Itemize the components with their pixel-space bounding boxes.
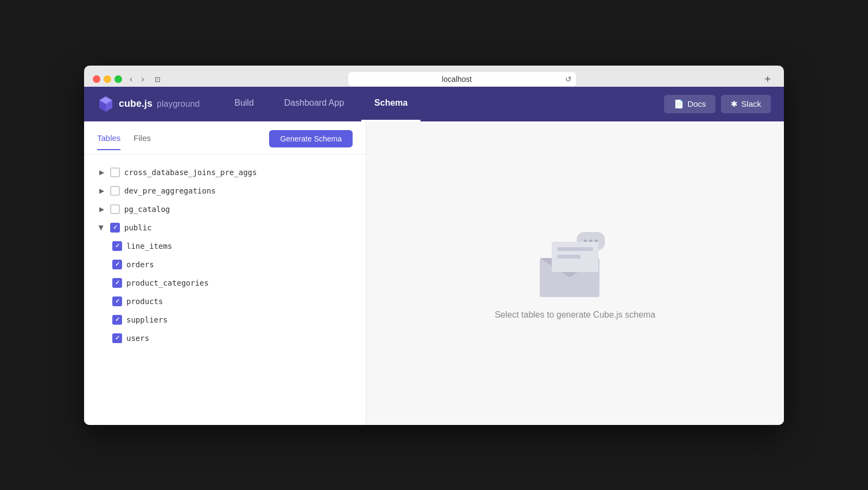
logo-text: cube.js [119,98,152,109]
nav-buttons: ‹ › ⊡ [126,73,164,85]
list-item[interactable]: orders [108,255,366,274]
list-item[interactable]: ▶ pg_catalog [84,200,366,218]
close-button[interactable] [93,75,100,83]
list-item[interactable]: ▶ public [84,218,366,237]
checkbox-cross-db[interactable] [110,167,120,177]
checkbox-pg-catalog[interactable] [110,204,120,214]
tab-schema[interactable]: Schema [361,87,420,121]
tree-container: ▶ cross_database_joins_pre_aggs ▶ dev_pr… [84,154,366,356]
address-bar[interactable]: localhost ↺ [348,72,576,86]
table-label: users [126,334,149,343]
slack-icon: ✱ [731,99,738,109]
list-item[interactable]: users [108,329,366,347]
paper-line-short [557,255,580,259]
paper-line [557,247,593,251]
list-item[interactable]: ▶ cross_database_joins_pre_aggs [84,163,366,182]
expand-icon[interactable]: ▶ [97,205,106,213]
browser-toolbar: ‹ › ⊡ localhost ↺ + [93,72,775,87]
new-tab-button[interactable]: + [760,72,775,87]
expand-icon[interactable]: ▶ [97,187,106,195]
expand-icon[interactable]: ▶ [98,223,105,232]
checkbox-dev-pre-agg[interactable] [110,186,120,196]
list-item[interactable]: suppliers [108,311,366,329]
docs-label: Docs [687,99,706,108]
tab-dashboard[interactable]: Dashboard App [271,87,357,121]
logo-subtext: playground [157,99,200,109]
tab-tables[interactable]: Tables [97,133,120,150]
table-label: line_items [126,242,172,250]
forward-button[interactable]: › [138,73,147,85]
table-label: suppliers [126,315,168,324]
checkbox-orders[interactable] [112,260,122,269]
back-button[interactable]: ‹ [126,73,136,85]
minimize-button[interactable] [104,75,111,83]
refresh-button[interactable]: ↺ [565,75,572,83]
empty-state-illustration [540,227,610,297]
main-layout: Tables Files Generate Schema ▶ cross_dat… [84,121,784,425]
panel-tabs: Tables Files Generate Schema [84,121,366,154]
table-label: cross_database_joins_pre_aggs [124,168,257,177]
empty-state-text: Select tables to generate Cube.js schema [495,310,655,320]
tab-build[interactable]: Build [221,87,267,121]
table-label: dev_pre_aggregations [124,186,216,195]
top-nav: cube.js playground Build Dashboard App S… [84,87,784,121]
list-item[interactable]: products [108,292,366,311]
expand-icon[interactable]: ▶ [97,169,106,176]
tree-children-public: line_items orders product_categories [108,237,366,347]
maximize-button[interactable] [114,75,122,83]
generate-schema-button[interactable]: Generate Schema [269,130,353,147]
table-label: orders [126,260,154,269]
logo-area: cube.js playground [97,95,200,113]
table-label: public [124,223,152,232]
slack-label: Slack [741,99,761,108]
table-label: products [126,297,163,306]
docs-icon: 📄 [674,99,684,109]
checkbox-products[interactable] [112,296,122,306]
browser-chrome: ‹ › ⊡ localhost ↺ + [84,66,784,87]
cubejs-logo-icon [97,95,114,113]
checkbox-users[interactable] [112,333,122,343]
list-item[interactable]: product_categories [108,274,366,292]
traffic-lights [93,75,122,83]
checkbox-product-categories[interactable] [112,278,122,288]
address-text: localhost [442,75,471,83]
docs-button[interactable]: 📄 Docs [664,95,716,113]
checkbox-line-items[interactable] [112,241,122,251]
paper-sheet [552,242,598,272]
app-content: cube.js playground Build Dashboard App S… [84,87,784,425]
table-label: pg_catalog [124,205,170,214]
table-label: product_categories [126,279,209,287]
nav-actions: 📄 Docs ✱ Slack [664,95,771,113]
list-item[interactable]: line_items [108,237,366,255]
tab-files[interactable]: Files [133,133,151,150]
browser-window: ‹ › ⊡ localhost ↺ + [84,66,784,425]
right-panel: Select tables to generate Cube.js schema [366,121,784,425]
left-panel: Tables Files Generate Schema ▶ cross_dat… [84,121,366,425]
checkbox-suppliers[interactable] [112,315,122,325]
slack-button[interactable]: ✱ Slack [721,95,771,113]
sidebar-toggle-button[interactable]: ⊡ [151,73,164,85]
address-bar-container: localhost ↺ [164,72,761,86]
nav-tabs: Build Dashboard App Schema [221,87,664,121]
list-item[interactable]: ▶ dev_pre_aggregations [84,182,366,200]
checkbox-public[interactable] [110,223,120,233]
